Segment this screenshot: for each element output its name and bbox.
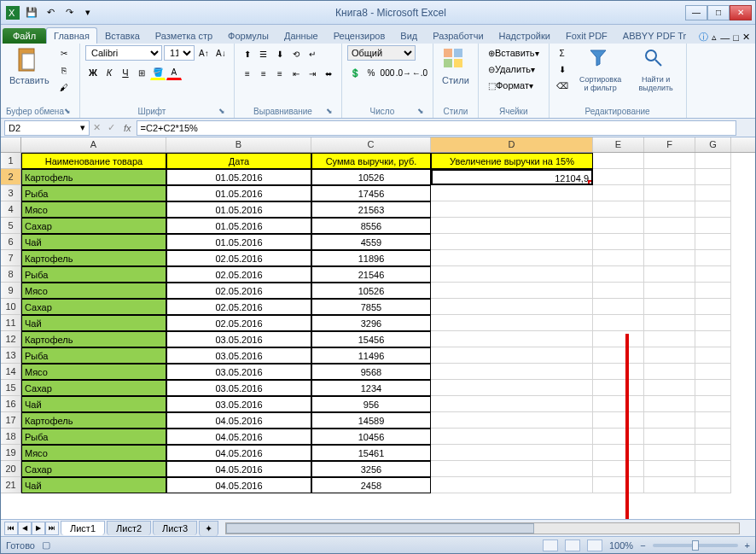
cell[interactable]: Мясо bbox=[21, 283, 166, 299]
cell[interactable] bbox=[431, 315, 593, 331]
page-layout-view-icon[interactable] bbox=[565, 539, 580, 551]
decrease-indent-icon[interactable]: ⇤ bbox=[288, 66, 304, 81]
cell[interactable]: 01.05.2016 bbox=[166, 201, 311, 218]
cell[interactable] bbox=[644, 153, 695, 169]
cell[interactable] bbox=[431, 412, 593, 429]
ribbon-minimize-icon[interactable]: ▵ bbox=[712, 32, 717, 43]
cell[interactable] bbox=[644, 380, 695, 396]
cell[interactable] bbox=[644, 412, 695, 429]
cell[interactable]: Картофель bbox=[21, 331, 166, 347]
align-right-icon[interactable]: ≡ bbox=[272, 66, 288, 81]
italic-button[interactable]: К bbox=[102, 65, 117, 80]
column-header-C[interactable]: C bbox=[311, 137, 431, 152]
tab-addins[interactable]: Надстройки bbox=[491, 27, 558, 44]
cell[interactable] bbox=[644, 234, 695, 250]
increase-decimal-icon[interactable]: .0→ bbox=[396, 65, 411, 80]
cut-icon[interactable]: ✂ bbox=[56, 45, 72, 61]
cell[interactable] bbox=[431, 445, 593, 461]
row-header[interactable]: 6 bbox=[1, 234, 21, 250]
font-color-button[interactable]: A bbox=[166, 65, 182, 80]
cell[interactable] bbox=[593, 396, 644, 412]
cell[interactable] bbox=[695, 283, 731, 299]
tab-foxit[interactable]: Foxit PDF bbox=[558, 27, 615, 44]
cell[interactable]: Рыба bbox=[21, 185, 166, 201]
macro-record-icon[interactable]: ▢ bbox=[42, 539, 50, 551]
cell[interactable] bbox=[695, 153, 731, 169]
cell[interactable]: 01.05.2016 bbox=[166, 234, 311, 250]
cell[interactable] bbox=[695, 315, 731, 331]
cell[interactable] bbox=[695, 218, 731, 234]
doc-restore-icon[interactable]: □ bbox=[733, 32, 739, 43]
border-button[interactable]: ⊞ bbox=[134, 65, 149, 80]
cell[interactable]: 10456 bbox=[311, 429, 431, 445]
cell[interactable] bbox=[644, 396, 695, 412]
zoom-slider[interactable] bbox=[653, 544, 738, 547]
cell[interactable]: 14589 bbox=[311, 412, 431, 429]
cell[interactable] bbox=[431, 185, 593, 201]
cell[interactable]: 04.05.2016 bbox=[166, 461, 311, 477]
cell[interactable]: Сахар bbox=[21, 380, 166, 396]
cell[interactable] bbox=[593, 299, 644, 315]
row-header[interactable]: 17 bbox=[1, 412, 21, 429]
cell[interactable] bbox=[644, 250, 695, 266]
cell[interactable] bbox=[695, 266, 731, 283]
cell[interactable]: Сахар bbox=[21, 299, 166, 315]
help-icon[interactable]: ⓘ bbox=[699, 31, 708, 44]
cell[interactable] bbox=[695, 201, 731, 218]
cell[interactable] bbox=[593, 445, 644, 461]
tab-abbyy[interactable]: ABBYY PDF Tr bbox=[615, 27, 694, 44]
cell[interactable] bbox=[695, 445, 731, 461]
bold-button[interactable]: Ж bbox=[85, 65, 101, 80]
cell[interactable] bbox=[593, 283, 644, 299]
cell[interactable] bbox=[644, 218, 695, 234]
cell[interactable] bbox=[644, 299, 695, 315]
doc-close-icon[interactable]: ✕ bbox=[742, 32, 750, 43]
row-header[interactable]: 12 bbox=[1, 331, 21, 347]
cell[interactable] bbox=[644, 364, 695, 380]
wrap-text-icon[interactable]: ↵ bbox=[305, 46, 320, 61]
cell[interactable]: Картофель bbox=[21, 412, 166, 429]
cell[interactable] bbox=[644, 477, 695, 493]
cell[interactable] bbox=[593, 153, 644, 169]
cell[interactable]: 01.05.2016 bbox=[166, 185, 311, 201]
cell[interactable] bbox=[695, 412, 731, 429]
cell[interactable] bbox=[431, 266, 593, 283]
cell[interactable]: 02.05.2016 bbox=[166, 266, 311, 283]
cell[interactable] bbox=[593, 218, 644, 234]
cell[interactable] bbox=[431, 347, 593, 364]
row-header[interactable]: 3 bbox=[1, 185, 21, 201]
cell[interactable]: 15461 bbox=[311, 445, 431, 461]
new-sheet-icon[interactable]: ✦ bbox=[199, 521, 218, 536]
cell[interactable]: 02.05.2016 bbox=[166, 315, 311, 331]
save-icon[interactable]: 💾 bbox=[23, 4, 40, 21]
select-all-corner[interactable] bbox=[1, 137, 21, 152]
cell[interactable]: Сахар bbox=[21, 218, 166, 234]
column-header-E[interactable]: E bbox=[593, 137, 644, 152]
cell[interactable]: Картофель bbox=[21, 250, 166, 266]
cell[interactable] bbox=[593, 331, 644, 347]
merge-icon[interactable]: ⬌ bbox=[321, 66, 336, 81]
selected-cell[interactable]: 12104,9 bbox=[431, 169, 593, 185]
underline-button[interactable]: Ч bbox=[118, 65, 133, 80]
undo-icon[interactable]: ↶ bbox=[42, 4, 59, 21]
cell[interactable] bbox=[431, 396, 593, 412]
cell[interactable] bbox=[593, 169, 644, 185]
cell[interactable] bbox=[431, 283, 593, 299]
cell[interactable] bbox=[431, 201, 593, 218]
fx-icon[interactable]: fx bbox=[119, 123, 137, 133]
cell[interactable] bbox=[593, 234, 644, 250]
cell[interactable]: 02.05.2016 bbox=[166, 250, 311, 266]
row-header[interactable]: 9 bbox=[1, 283, 21, 299]
cell[interactable] bbox=[593, 250, 644, 266]
font-name-select[interactable]: Calibri bbox=[85, 45, 162, 61]
cell[interactable]: 03.05.2016 bbox=[166, 331, 311, 347]
row-header[interactable]: 16 bbox=[1, 396, 21, 412]
cell[interactable] bbox=[644, 201, 695, 218]
comma-icon[interactable]: 000 bbox=[380, 65, 395, 80]
cell[interactable]: 03.05.2016 bbox=[166, 364, 311, 380]
fill-icon[interactable]: ⬇ bbox=[555, 61, 570, 77]
autosum-icon[interactable]: Σ bbox=[555, 45, 570, 61]
cell[interactable]: Чай bbox=[21, 315, 166, 331]
cell[interactable]: 7855 bbox=[311, 299, 431, 315]
sheet-tab-1[interactable]: Лист1 bbox=[61, 521, 105, 535]
